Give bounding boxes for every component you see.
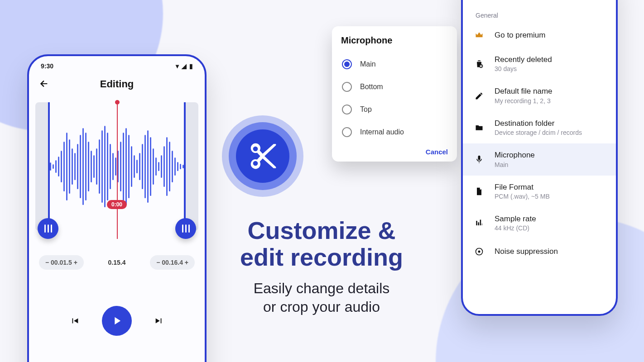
status-bar: 9:30 ▾◢▮ (29, 56, 205, 72)
radio-icon (342, 105, 352, 114)
play-button[interactable] (102, 306, 132, 336)
mic-option[interactable]: Internal audio (341, 121, 448, 143)
dialog-title: Microphone (341, 35, 448, 46)
cancel-button[interactable]: Cancel (426, 148, 448, 156)
mic-option[interactable]: Main (341, 53, 448, 76)
radio-icon (342, 127, 352, 137)
status-time: 9:30 (41, 62, 53, 70)
settings-row-icon (474, 58, 485, 69)
arrow-left-icon (39, 79, 49, 89)
settings-row-icon (474, 246, 485, 257)
editor-phone: 9:30 ▾◢▮ Editing 0:00 − 00.01.5 + 0.15.4… (27, 54, 207, 362)
scissors-badge (222, 115, 303, 197)
status-icons: ▾◢▮ (173, 62, 193, 70)
marketing-copy: Customize & edit recording Easily change… (208, 217, 435, 317)
trim-handle-left[interactable] (38, 218, 58, 239)
settings-row-subtitle: My recording 1, 2, 3 (495, 97, 553, 105)
settings-row-title: Sample rate (495, 214, 536, 224)
mic-option-label: Internal audio (360, 128, 404, 136)
waveform-area[interactable] (29, 99, 205, 234)
screen-title: Editing (100, 78, 134, 90)
back-button[interactable] (39, 79, 49, 90)
transport-controls (29, 306, 205, 336)
settings-row-subtitle: 44 kHz (CD) (495, 224, 536, 232)
settings-row-icon (474, 30, 485, 41)
skip-previous-icon (70, 316, 80, 326)
settings-row-title: Default file name (495, 87, 553, 96)
trim-handle-right[interactable] (175, 218, 196, 239)
settings-row-subtitle: Main (495, 161, 535, 168)
trim-zone-right (186, 102, 198, 231)
settings-row-title: File Format (495, 183, 550, 192)
chip-duration: 0.15.4 (102, 255, 132, 270)
playhead-time-badge: 0:00 (107, 200, 127, 209)
chip-trim-end[interactable]: − 00.16.4 + (150, 255, 195, 270)
settings-row[interactable]: File FormatPCM (.wav), ~5 MB (463, 176, 616, 207)
settings-row-icon (474, 90, 485, 101)
settings-row-icon (474, 186, 485, 197)
settings-row-icon (474, 218, 485, 229)
svg-point-2 (478, 251, 481, 253)
settings-section-label: General (463, 3, 616, 23)
mic-option-label: Main (360, 60, 376, 68)
microphone-dialog: Microphone MainBottomTopInternal audio C… (332, 26, 457, 162)
skip-next-icon (154, 316, 164, 326)
settings-row-title: Noise suppression (495, 247, 558, 256)
settings-row[interactable]: Destination folderDevice storage / dcim … (463, 112, 616, 143)
settings-row-icon (474, 122, 485, 133)
settings-row-title: Go to premium (495, 31, 545, 40)
subheadline: Easily change details or crop your audio (208, 279, 435, 317)
settings-row-subtitle: Device storage / dcim / records (495, 129, 582, 136)
mic-option[interactable]: Top (341, 98, 448, 121)
chip-trim-start[interactable]: − 00.01.5 + (39, 255, 84, 270)
settings-row-icon (474, 154, 485, 165)
trim-zone-left (35, 102, 48, 231)
settings-row-subtitle: PCM (.wav), ~5 MB (495, 193, 550, 200)
settings-row[interactable]: MicrophoneMain (463, 143, 616, 175)
settings-row-title: Recently deleted (495, 55, 552, 64)
promo-stage: Customize & edit recording Easily change… (0, 0, 644, 362)
mic-option-label: Bottom (360, 83, 383, 91)
settings-row[interactable]: Recently deleted30 days (463, 48, 616, 80)
playhead[interactable] (117, 102, 118, 239)
time-chips: − 00.01.5 + 0.15.4 − 00.16.4 + (29, 234, 205, 270)
radio-icon (342, 82, 352, 92)
skip-back-button[interactable] (68, 314, 81, 327)
play-icon (111, 314, 123, 327)
settings-row[interactable]: Noise suppression (463, 239, 616, 264)
mic-option[interactable]: Bottom (341, 76, 448, 98)
settings-phone: General Go to premiumRecently deleted30 … (461, 0, 618, 316)
headline: Customize & edit recording (208, 217, 435, 271)
mic-option-label: Top (360, 105, 372, 114)
radio-icon (342, 59, 352, 69)
scissors-icon (248, 142, 277, 171)
settings-row[interactable]: Sample rate44 kHz (CD) (463, 207, 616, 239)
settings-row-subtitle: 30 days (495, 65, 552, 72)
settings-row-title: Microphone (495, 151, 535, 160)
skip-forward-button[interactable] (153, 314, 165, 327)
settings-row-title: Destination folder (495, 119, 582, 128)
settings-row[interactable]: Default file nameMy recording 1, 2, 3 (463, 80, 616, 111)
settings-list: Go to premiumRecently deleted30 daysDefa… (463, 23, 616, 264)
settings-row[interactable]: Go to premium (463, 23, 616, 48)
trim-edge-right[interactable] (184, 102, 186, 231)
app-bar: Editing (29, 72, 205, 96)
